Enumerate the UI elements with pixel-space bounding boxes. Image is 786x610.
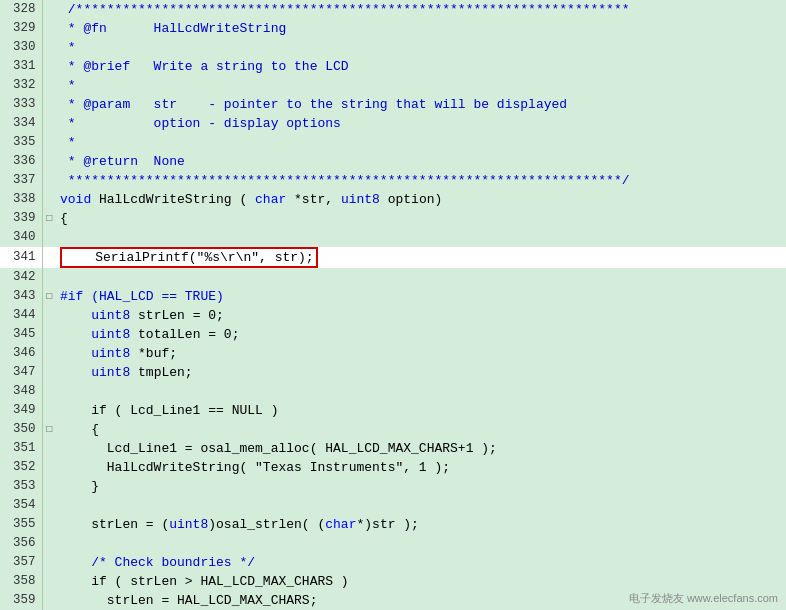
line-number: 353 (0, 477, 42, 496)
code-line-content: if ( Lcd_Line1 == NULL ) (56, 401, 786, 420)
code-line-content: uint8 *buf; (56, 344, 786, 363)
fold-button[interactable]: □ (42, 287, 56, 306)
fold-button (42, 477, 56, 496)
fold-button (42, 57, 56, 76)
table-row: 332 * (0, 76, 786, 95)
code-line-content: HalLcdWriteString( "Texas Instruments", … (56, 458, 786, 477)
table-row: 352 HalLcdWriteString( "Texas Instrument… (0, 458, 786, 477)
fold-button (42, 19, 56, 38)
fold-button (42, 458, 56, 477)
fold-button (42, 496, 56, 515)
keyword-char: char (255, 192, 286, 207)
table-row: 340 (0, 228, 786, 247)
table-row: 339□{ (0, 209, 786, 228)
line-number: 346 (0, 344, 42, 363)
code-line-content: { (56, 209, 786, 228)
line-number: 349 (0, 401, 42, 420)
table-row: 335 * (0, 133, 786, 152)
fold-button[interactable]: □ (42, 209, 56, 228)
line-number: 337 (0, 171, 42, 190)
comment-text: * option - display options (60, 116, 341, 131)
table-row: 348 (0, 382, 786, 401)
code-line-content: strLen = (uint8)osal_strlen( (char*)str … (56, 515, 786, 534)
fold-button (42, 268, 56, 287)
line-number: 336 (0, 152, 42, 171)
comment-text: * (60, 40, 76, 55)
table-row: 351 Lcd_Line1 = osal_mem_alloc( HAL_LCD_… (0, 439, 786, 458)
line-number: 351 (0, 439, 42, 458)
table-row: 357 /* Check boundries */ (0, 553, 786, 572)
fold-button (42, 114, 56, 133)
fold-button (42, 306, 56, 325)
line-number: 345 (0, 325, 42, 344)
code-line-content: #if (HAL_LCD == TRUE) (56, 287, 786, 306)
line-number: 343 (0, 287, 42, 306)
line-number: 354 (0, 496, 42, 515)
highlighted-code: SerialPrintf("%s\r\n", str); (60, 247, 318, 268)
comment-text: * @param str - pointer to the string tha… (60, 97, 567, 112)
line-number: 350 (0, 420, 42, 439)
comment-text: * @return None (60, 154, 185, 169)
code-line-content (56, 534, 786, 553)
table-row: 344 uint8 strLen = 0; (0, 306, 786, 325)
fold-button (42, 76, 56, 95)
table-row: 349 if ( Lcd_Line1 == NULL ) (0, 401, 786, 420)
code-line-content: if ( strLen > HAL_LCD_MAX_CHARS ) (56, 572, 786, 591)
code-line-content: uint8 tmpLen; (56, 363, 786, 382)
code-line-content: * (56, 133, 786, 152)
fold-button (42, 95, 56, 114)
fold-button[interactable]: □ (42, 420, 56, 439)
fold-button (42, 515, 56, 534)
code-line-content (56, 496, 786, 515)
code-line-content (56, 268, 786, 287)
code-table: 328 /***********************************… (0, 0, 786, 610)
fold-button (42, 133, 56, 152)
fold-button (42, 382, 56, 401)
type-uint8: uint8 (91, 346, 130, 361)
table-row: 342 (0, 268, 786, 287)
fold-button (42, 38, 56, 57)
comment-text: * @fn HalLcdWriteString (60, 21, 286, 36)
code-line-content (56, 228, 786, 247)
comment-text: * (60, 78, 76, 93)
type-uint8: uint8 (91, 327, 130, 342)
code-line-content: * (56, 38, 786, 57)
fold-button (42, 247, 56, 268)
code-viewer: 328 /***********************************… (0, 0, 786, 610)
code-line-content: } (56, 477, 786, 496)
table-row: 347 uint8 tmpLen; (0, 363, 786, 382)
watermark: 电子发烧友 www.elecfans.com (629, 591, 778, 606)
code-line-content: * @return None (56, 152, 786, 171)
table-row: 328 /***********************************… (0, 0, 786, 19)
code-line-content: * @param str - pointer to the string tha… (56, 95, 786, 114)
line-number: 356 (0, 534, 42, 553)
table-row: 334 * option - display options (0, 114, 786, 133)
code-line-content: ****************************************… (56, 171, 786, 190)
preprocessor-line: #if (HAL_LCD == TRUE) (60, 289, 224, 304)
table-row: 346 uint8 *buf; (0, 344, 786, 363)
table-row: 343□#if (HAL_LCD == TRUE) (0, 287, 786, 306)
line-number: 344 (0, 306, 42, 325)
line-number: 328 (0, 0, 42, 19)
fold-button (42, 553, 56, 572)
line-number: 347 (0, 363, 42, 382)
fold-button (42, 591, 56, 610)
line-number: 342 (0, 268, 42, 287)
code-line-content: void HalLcdWriteString ( char *str, uint… (56, 190, 786, 209)
fold-button (42, 171, 56, 190)
line-number: 355 (0, 515, 42, 534)
code-line-content: * option - display options (56, 114, 786, 133)
line-number: 352 (0, 458, 42, 477)
line-number: 358 (0, 572, 42, 591)
table-row: 330 * (0, 38, 786, 57)
code-line-content: uint8 totalLen = 0; (56, 325, 786, 344)
line-number: 335 (0, 133, 42, 152)
fold-button (42, 439, 56, 458)
fold-button (42, 534, 56, 553)
code-line-content: * @brief Write a string to the LCD (56, 57, 786, 76)
code-line-content: SerialPrintf("%s\r\n", str); (56, 247, 786, 268)
preprocessor-keyword: #if (60, 289, 83, 304)
table-row: 329 * @fn HalLcdWriteString (0, 19, 786, 38)
table-row: 345 uint8 totalLen = 0; (0, 325, 786, 344)
fold-button (42, 0, 56, 19)
